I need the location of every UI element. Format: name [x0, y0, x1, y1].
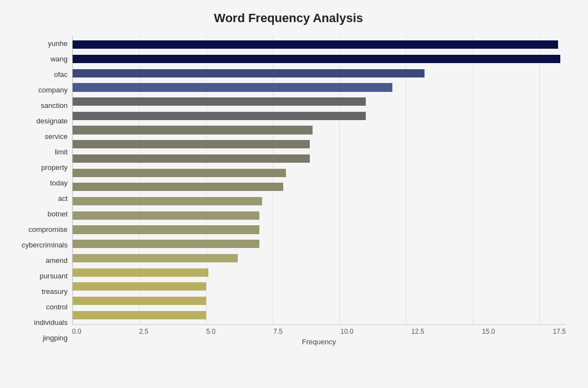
- y-label-limit: limit: [55, 148, 68, 156]
- bar-control: [73, 282, 206, 291]
- y-label-jingping: jingping: [43, 334, 68, 342]
- bar-row-act: [73, 180, 566, 194]
- bar-compromise: [73, 211, 259, 220]
- y-label-wang: wang: [50, 55, 68, 63]
- bar-row-limit: [73, 137, 566, 152]
- bar-property: [73, 154, 310, 163]
- bars-section: [72, 35, 566, 325]
- bar-ofac: [73, 69, 425, 77]
- bar-service: [73, 126, 313, 134]
- chart-title: Word Frequency Analysis: [11, 11, 566, 25]
- x-tick-0: 0.0: [72, 328, 81, 335]
- y-axis-labels: yunhewangofaccompanysanctiondesignateser…: [11, 35, 72, 346]
- y-label-treasury: treasury: [42, 288, 68, 295]
- y-label-service: service: [45, 133, 68, 140]
- bar-row-designate: [73, 109, 566, 123]
- bar-row-sanction: [73, 95, 566, 109]
- bar-pursuant: [73, 254, 238, 262]
- y-label-pursuant: pursuant: [39, 272, 68, 280]
- bar-designate: [73, 112, 366, 120]
- x-axis-label: Frequency: [72, 338, 566, 346]
- bar-row-control: [73, 280, 566, 294]
- y-label-compromise: compromise: [28, 226, 68, 233]
- y-label-act: act: [58, 195, 68, 202]
- bar-row-compromise: [73, 208, 566, 223]
- y-label-designate: designate: [37, 117, 68, 125]
- y-label-ofac: ofac: [54, 71, 68, 78]
- bar-row-individuals: [73, 294, 566, 308]
- bar-jingping: [73, 311, 206, 319]
- chart-container: Word Frequency Analysis yunhewangofaccom…: [0, 0, 588, 388]
- bar-yunhe: [73, 40, 558, 49]
- x-tick-4: 10.0: [340, 328, 353, 335]
- bar-row-botnet: [73, 194, 566, 209]
- x-tick-5: 12.5: [411, 328, 424, 335]
- x-axis: 0.02.55.07.510.012.515.017.5: [72, 325, 566, 335]
- bar-row-amend: [73, 237, 566, 251]
- y-label-control: control: [46, 303, 68, 311]
- bar-row-service: [73, 123, 566, 137]
- bar-row-treasury: [73, 265, 566, 280]
- bar-limit: [73, 140, 310, 148]
- x-tick-2: 5.0: [206, 328, 216, 335]
- bar-cybercriminals: [73, 225, 259, 234]
- bar-treasury: [73, 268, 208, 277]
- y-label-amend: amend: [45, 257, 68, 264]
- bar-row-ofac: [73, 66, 566, 80]
- bar-botnet: [73, 197, 262, 205]
- bar-row-today: [73, 165, 566, 180]
- y-label-yunhe: yunhe: [48, 40, 68, 47]
- bar-row-property: [73, 152, 566, 166]
- chart-area: yunhewangofaccompanysanctiondesignateser…: [11, 35, 566, 346]
- bar-act: [73, 183, 283, 191]
- y-label-sanction: sanction: [41, 102, 68, 109]
- x-tick-6: 15.0: [482, 328, 495, 335]
- y-label-botnet: botnet: [48, 210, 68, 218]
- bar-row-jingping: [73, 308, 566, 322]
- x-tick-3: 7.5: [273, 328, 283, 335]
- y-label-cybercriminals: cybercriminals: [22, 241, 68, 249]
- bar-row-company: [73, 80, 566, 95]
- bar-individuals: [73, 297, 206, 305]
- x-tick-1: 2.5: [139, 328, 149, 335]
- y-label-today: today: [50, 179, 68, 187]
- bar-sanction: [73, 97, 366, 106]
- y-label-individuals: individuals: [34, 319, 68, 326]
- bars-wrapper: [73, 35, 566, 324]
- bar-row-cybercriminals: [73, 223, 566, 237]
- x-tick-7: 17.5: [553, 328, 566, 335]
- bar-today: [73, 169, 286, 177]
- bar-row-wang: [73, 52, 566, 66]
- bar-company: [73, 83, 392, 91]
- y-label-company: company: [38, 86, 68, 94]
- bar-wang: [73, 55, 560, 63]
- bars-and-x: 0.02.55.07.510.012.515.017.5 Frequency: [72, 35, 566, 346]
- y-label-property: property: [41, 164, 68, 171]
- bar-amend: [73, 240, 259, 248]
- bar-row-pursuant: [73, 251, 566, 266]
- bar-row-yunhe: [73, 38, 566, 52]
